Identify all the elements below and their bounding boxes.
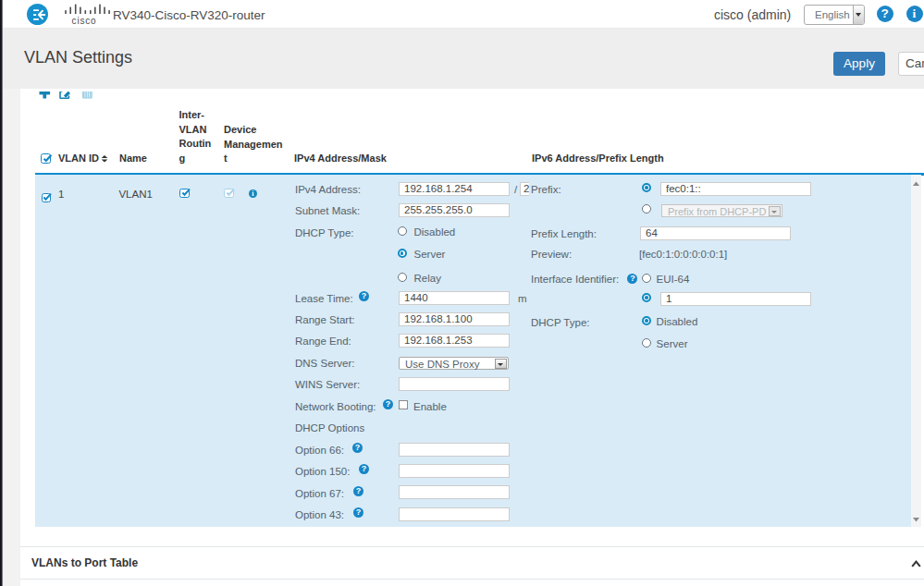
svg-text:cisco: cisco [72, 16, 97, 26]
